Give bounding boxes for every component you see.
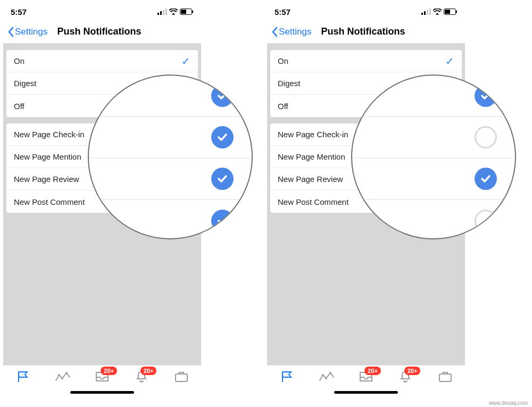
- svg-rect-5: [181, 10, 186, 14]
- cellular-icon: [421, 9, 431, 15]
- wifi-icon: [433, 9, 442, 15]
- magnifier-right: [351, 74, 516, 239]
- watermark: www.deuaq.com: [489, 400, 528, 406]
- tab-insights[interactable]: [312, 370, 342, 384]
- page-title: Push Notifications: [57, 26, 141, 37]
- checkmark-icon: ✓: [445, 55, 454, 68]
- option-label: Digest: [278, 79, 301, 88]
- svg-rect-14: [429, 9, 431, 15]
- flag-icon: [280, 370, 294, 384]
- tab-bar: 20+ 20+: [267, 365, 465, 397]
- home-indicator[interactable]: [334, 391, 398, 394]
- tab-insights[interactable]: [48, 370, 78, 384]
- status-time: 5:57: [275, 7, 290, 16]
- option-label: New Post Comment: [278, 197, 348, 206]
- briefcase-icon: [174, 370, 189, 384]
- option-label: New Page Check-in: [14, 130, 85, 139]
- svg-rect-11: [421, 13, 423, 15]
- option-label: Digest: [14, 79, 37, 88]
- nav-bar: Settings Push Notifications: [267, 20, 465, 44]
- option-label: Off: [278, 102, 288, 111]
- checkmark-circle-off-icon: [475, 126, 497, 148]
- option-label: On: [14, 56, 24, 65]
- page-title: Push Notifications: [321, 26, 405, 37]
- option-label: New Page Review: [278, 175, 343, 184]
- svg-point-8: [61, 377, 63, 379]
- badge-notifications: 20+: [404, 367, 421, 375]
- option-label: New Page Review: [14, 175, 79, 184]
- status-time: 5:57: [11, 7, 27, 16]
- status-icons: [421, 9, 458, 15]
- home-indicator[interactable]: [70, 391, 134, 394]
- svg-point-19: [325, 377, 327, 379]
- checkmark-icon: ✓: [181, 55, 190, 68]
- tab-tools[interactable]: [430, 370, 460, 384]
- status-bar: 5:57: [3, 3, 201, 20]
- svg-rect-0: [157, 13, 159, 15]
- option-label: New Page Check-in: [278, 130, 348, 139]
- svg-rect-2: [163, 10, 164, 15]
- insights-icon: [319, 370, 335, 384]
- option-on[interactable]: On ✓: [270, 50, 462, 72]
- checkmark-circle-on-icon: [475, 85, 497, 107]
- svg-rect-6: [192, 11, 193, 13]
- option-on[interactable]: On ✓: [6, 50, 198, 72]
- flag-icon: [16, 370, 30, 384]
- badge-notifications: 20+: [140, 367, 157, 375]
- cellular-icon: [157, 9, 167, 15]
- tab-inbox[interactable]: 20+: [87, 370, 117, 384]
- svg-rect-3: [165, 9, 167, 15]
- tab-bar: 20+ 20+: [3, 365, 201, 397]
- checkmark-circle-on-icon: [211, 126, 234, 148]
- svg-rect-10: [176, 374, 187, 381]
- svg-point-18: [322, 374, 324, 376]
- chevron-left-icon: [271, 27, 278, 37]
- wifi-icon: [169, 9, 178, 15]
- tab-notifications[interactable]: 20+: [127, 370, 156, 384]
- svg-point-20: [329, 372, 331, 374]
- insights-icon: [55, 370, 71, 384]
- status-icons: [157, 9, 194, 15]
- nav-bar: Settings Push Notifications: [3, 20, 201, 44]
- chevron-left-icon: [7, 27, 14, 37]
- svg-rect-21: [439, 374, 451, 381]
- back-button[interactable]: Settings: [7, 27, 47, 37]
- tab-notifications[interactable]: 20+: [390, 370, 420, 384]
- option-label: New Page Mention: [14, 152, 81, 161]
- magnifier-row: [352, 117, 515, 159]
- briefcase-icon: [438, 370, 453, 384]
- status-bar: 5:57: [267, 3, 465, 20]
- back-label: Settings: [279, 27, 311, 37]
- svg-rect-1: [160, 11, 162, 15]
- svg-rect-17: [456, 11, 457, 13]
- magnifier-row: [89, 159, 252, 200]
- back-label: Settings: [15, 27, 47, 37]
- svg-point-9: [65, 372, 68, 374]
- tab-pages[interactable]: [272, 370, 302, 384]
- option-label: On: [278, 56, 288, 65]
- checkmark-circle-on-icon: [475, 168, 497, 190]
- magnifier-row: [89, 117, 252, 159]
- svg-point-7: [58, 374, 60, 376]
- tab-tools[interactable]: [167, 370, 196, 384]
- checkmark-circle-on-icon: [211, 85, 234, 107]
- badge-inbox: 20+: [101, 367, 117, 375]
- option-label: New Page Mention: [278, 152, 345, 161]
- battery-icon: [180, 9, 194, 15]
- checkmark-circle-off-icon: [475, 210, 497, 232]
- svg-rect-16: [445, 10, 450, 14]
- svg-rect-13: [427, 10, 428, 15]
- tab-inbox[interactable]: 20+: [351, 370, 381, 384]
- option-label: Off: [14, 102, 24, 111]
- checkmark-circle-on-icon: [211, 168, 234, 190]
- tab-pages[interactable]: [8, 370, 38, 384]
- battery-icon: [444, 9, 458, 15]
- magnifier-left: [88, 74, 253, 239]
- svg-rect-12: [424, 11, 426, 15]
- checkmark-circle-on-icon: [211, 210, 234, 232]
- back-button[interactable]: Settings: [271, 27, 311, 37]
- badge-inbox: 20+: [364, 367, 381, 375]
- magnifier-row: [352, 159, 515, 200]
- option-label: New Post Comment: [14, 197, 85, 206]
